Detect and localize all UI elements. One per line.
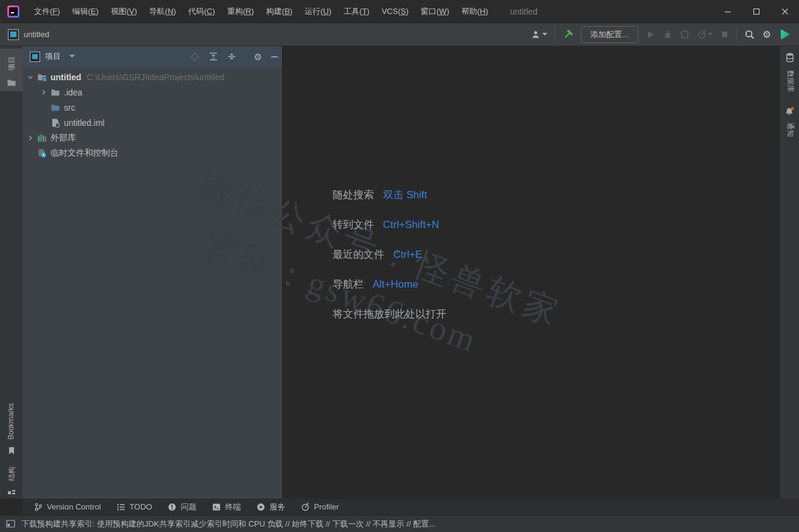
status-message[interactable]: 下载预构建共享索引: 使用预构建的JDK共享索引减少索引时间和 CPU 负载 /…: [21, 519, 435, 530]
toolbar-separator: [555, 29, 555, 41]
menu-item-text: ): [329, 7, 331, 16]
sidebar-tab-project[interactable]: 项目: [0, 49, 22, 91]
menu-item-text: ): [212, 7, 215, 16]
tree-row-idea-folder[interactable]: .idea: [22, 85, 282, 100]
menu-item-text: 代码(: [188, 7, 206, 16]
profiler-gauge-icon: [301, 503, 310, 511]
project-badge-icon: [30, 52, 40, 62]
menu-item-text: 编辑(: [72, 7, 91, 16]
chevron-right-icon[interactable]: [40, 89, 47, 96]
tree-row-project-root[interactable]: untitled C:\Users\GSRJ\IdeaProjects\unti…: [22, 69, 282, 85]
menu-item-tools[interactable]: 工具(T): [337, 0, 376, 23]
menu-mnemonic: C: [207, 7, 212, 16]
chevron-down-icon[interactable]: [27, 74, 34, 81]
menu-item-edit[interactable]: 编辑(E): [66, 0, 105, 23]
debug-bug-icon: [663, 30, 673, 40]
tab-todo[interactable]: TODO: [109, 499, 160, 515]
minimize-button[interactable]: [713, 0, 742, 23]
problems-icon: [168, 503, 176, 511]
sidebar-tab-notifications-label: 通知: [784, 122, 795, 137]
menu-item-file[interactable]: 文件(F): [28, 0, 66, 23]
menu-item-text: 文件(: [34, 7, 52, 16]
gradient-logo-icon: [778, 29, 790, 41]
menu-item-code[interactable]: 代码(C): [182, 0, 221, 23]
chevron-down-icon[interactable]: [69, 55, 75, 58]
stop-button-disabled: [720, 30, 729, 39]
menu-item-window[interactable]: 窗口(W): [415, 0, 455, 23]
branch-icon: [34, 503, 43, 511]
shortcut-hints: 随处搜索 双击 Shift 转到文件 Ctrl+Shift+N 最近的文件 Ct…: [333, 188, 446, 337]
tab-profiler[interactable]: Profiler: [293, 499, 347, 515]
shortcut-row: 导航栏 Alt+Home: [333, 277, 446, 291]
maximize-icon: [753, 8, 760, 15]
menu-item-text: 工具(: [344, 7, 362, 16]
folder-icon: [7, 78, 16, 88]
menu-item-build[interactable]: 构建(B): [260, 0, 299, 23]
sidebar-tab-bookmarks-label: Bookmarks: [7, 403, 16, 440]
menu-item-vcs[interactable]: VCS(S): [376, 0, 415, 23]
menu-item-text: 重构(: [227, 7, 246, 16]
sidebar-tab-database-label: 数据库: [784, 70, 795, 92]
tab-terminal[interactable]: 终端: [204, 499, 249, 515]
user-account-button[interactable]: [530, 30, 547, 40]
bookmark-icon: [7, 446, 16, 455]
tool-window-layout-icon[interactable]: [6, 520, 15, 528]
sidebar-tab-structure[interactable]: 结构: [0, 465, 22, 495]
panel-options-gear-button[interactable]: ⚙: [254, 52, 262, 61]
close-button[interactable]: [770, 0, 799, 23]
menu-mnemonic: E: [91, 7, 96, 16]
menu-item-text: ): [290, 7, 292, 16]
tree-row-src-folder[interactable]: src: [22, 100, 282, 115]
menu-item-text: 窗口(: [421, 7, 439, 16]
ide-promo-button[interactable]: [778, 29, 790, 41]
build-hammer-button[interactable]: [562, 29, 573, 40]
hide-panel-button[interactable]: [271, 53, 278, 61]
shortcut-row: 最近的文件 Ctrl+E: [333, 247, 446, 261]
library-icon: [37, 133, 47, 143]
hammer-icon: [562, 29, 573, 40]
chevron-down-icon: [708, 33, 713, 36]
status-bar: 下载预构建共享索引: 使用预构建的JDK共享索引减少索引时间和 CPU 负载 /…: [0, 515, 799, 532]
tab-version-control[interactable]: Version Control: [26, 499, 109, 515]
sidebar-tab-notifications[interactable]: 通知: [780, 106, 799, 139]
tree-item-label: 临时文件和控制台: [50, 148, 119, 159]
menu-item-text: ): [173, 7, 176, 16]
main-menu: 文件(F) 编辑(E) 视图(V) 导航(N) 代码(C) 重构(R) 构建(B…: [28, 0, 494, 22]
bell-icon: [784, 106, 795, 117]
scratches-icon: [37, 148, 47, 158]
menu-item-text: ): [485, 7, 488, 16]
collapse-all-button[interactable]: [227, 52, 237, 61]
sidebar-tab-database[interactable]: 数据库: [780, 52, 799, 95]
sidebar-tab-structure-label: 结构: [6, 466, 16, 481]
toolbar-separator: [736, 29, 737, 41]
intellij-logo-icon: [7, 5, 19, 18]
tab-problems[interactable]: 问题: [160, 499, 204, 515]
project-tool-window: 项目 ⚙ untitled C:\Users\GSRJ\IdeaProjects…: [22, 46, 282, 499]
shortcut-row: 转到文件 Ctrl+Shift+N: [333, 218, 446, 231]
shortcut-label: 转到文件: [333, 219, 374, 230]
menu-item-refactor[interactable]: 重构(R): [221, 0, 260, 23]
structure-icon: [7, 486, 16, 495]
menu-item-navigate[interactable]: 导航(N): [143, 0, 182, 23]
tree-row-module-file[interactable]: untitled.iml: [22, 115, 282, 130]
menu-item-help[interactable]: 帮助(H): [455, 0, 494, 23]
menu-item-text: ): [367, 7, 369, 16]
menu-item-text: ): [406, 7, 408, 16]
menu-mnemonic: W: [439, 7, 446, 16]
menu-item-run[interactable]: 运行(U): [299, 0, 337, 23]
tree-row-external-libraries[interactable]: 外部库: [22, 130, 282, 145]
settings-gear-button[interactable]: ⚙: [763, 30, 771, 40]
toolbar-project-name[interactable]: untitled: [24, 30, 49, 39]
sidebar-tab-bookmarks[interactable]: Bookmarks: [0, 400, 22, 455]
add-configuration-button[interactable]: 添加配置...: [581, 26, 638, 43]
expand-all-button[interactable]: [209, 52, 218, 61]
window-controls: [713, 0, 799, 22]
todo-list-icon: [117, 503, 125, 511]
tab-services[interactable]: 服务: [249, 499, 293, 515]
search-everywhere-button[interactable]: [744, 29, 755, 40]
menu-item-text: 帮助(: [462, 7, 480, 16]
menu-item-view[interactable]: 视图(V): [105, 0, 143, 23]
tree-row-scratches[interactable]: 临时文件和控制台: [22, 145, 282, 161]
maximize-button[interactable]: [742, 0, 770, 23]
chevron-right-icon[interactable]: [27, 134, 34, 142]
